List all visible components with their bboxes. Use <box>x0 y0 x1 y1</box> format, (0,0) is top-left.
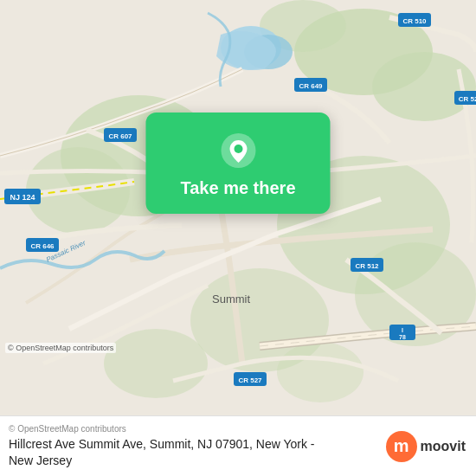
svg-text:NJ 124: NJ 124 <box>10 193 35 202</box>
osm-copyright-map: © OpenStreetMap contributors <box>5 343 116 353</box>
green-card: Take me there <box>145 113 330 214</box>
svg-text:CR 527: CR 527 <box>238 376 262 384</box>
address-text: Hillcrest Ave Summit Ave, Summit, NJ 079… <box>9 436 338 467</box>
map: NJ 124 CR 607 CR 646 CR 649 CR 510 CR 52… <box>0 0 476 415</box>
copyright-text: © OpenStreetMap contributors <box>9 424 338 434</box>
svg-text:78: 78 <box>399 334 406 340</box>
svg-text:CR 607: CR 607 <box>108 132 132 140</box>
svg-text:CR 52: CR 52 <box>459 95 476 103</box>
navigation-prompt: Take me there <box>145 113 330 214</box>
svg-text:CR 646: CR 646 <box>30 242 55 250</box>
svg-text:I: I <box>402 327 403 333</box>
svg-point-10 <box>277 342 363 402</box>
svg-text:CR 510: CR 510 <box>402 17 427 25</box>
moovit-logo-icon: m <box>386 431 417 462</box>
svg-text:Summit: Summit <box>212 293 250 306</box>
svg-point-35 <box>234 145 242 153</box>
take-me-there-button[interactable]: Take me there <box>180 178 295 198</box>
moovit-logo-text: moovit <box>421 439 466 454</box>
address-section: © OpenStreetMap contributors Hillcrest A… <box>9 424 338 467</box>
svg-text:CR 512: CR 512 <box>355 262 379 270</box>
location-pin-icon <box>219 132 257 170</box>
svg-text:CR 649: CR 649 <box>299 82 323 90</box>
svg-point-9 <box>104 329 208 398</box>
moovit-logo: m moovit <box>386 431 466 462</box>
bottom-bar: © OpenStreetMap contributors Hillcrest A… <box>0 415 476 476</box>
